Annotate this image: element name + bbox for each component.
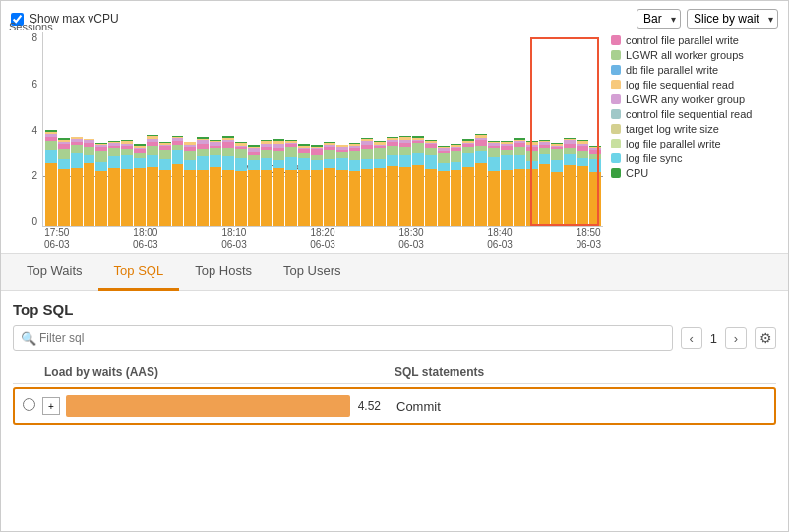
bar-group bbox=[551, 32, 563, 226]
legend-label-9: CPU bbox=[626, 167, 648, 179]
bar-segment bbox=[336, 170, 348, 226]
x-label-0: 17:5006-03 bbox=[44, 227, 70, 249]
bar-segment bbox=[235, 149, 247, 158]
main-container: Show max vCPU Bar Slice by wait Sessions bbox=[0, 0, 789, 532]
bar-segment bbox=[197, 156, 209, 170]
bar-segment bbox=[539, 154, 551, 164]
slice-by-select[interactable]: Slice by wait bbox=[687, 9, 778, 29]
tab-top-waits[interactable]: Top Waits bbox=[11, 254, 98, 291]
bar-group bbox=[425, 32, 437, 226]
bar-segment bbox=[412, 153, 424, 165]
bar-group bbox=[121, 32, 133, 226]
next-page-button[interactable]: › bbox=[725, 327, 747, 349]
bar-segment bbox=[462, 153, 474, 167]
x-label-2: 18:1006-03 bbox=[221, 227, 247, 249]
radio-cell bbox=[23, 398, 42, 414]
tab-top-hosts[interactable]: Top Hosts bbox=[179, 254, 268, 291]
x-label-1: 18:0006-03 bbox=[133, 227, 158, 249]
legend-dot-8 bbox=[611, 153, 621, 163]
bar-segment bbox=[349, 151, 361, 160]
legend-label-3: log file sequential read bbox=[626, 79, 734, 90]
bar-segment bbox=[501, 155, 513, 170]
bar-segment bbox=[475, 163, 487, 226]
bar-segment bbox=[71, 168, 83, 226]
bar-group bbox=[273, 32, 284, 226]
bar-segment bbox=[273, 160, 284, 169]
bar-segment bbox=[311, 160, 323, 170]
bar-segment bbox=[108, 148, 120, 157]
bar-group bbox=[374, 32, 386, 226]
bar-segment bbox=[184, 160, 196, 170]
bar-segment bbox=[172, 164, 184, 226]
chart-type-select-wrapper: Bar bbox=[637, 9, 681, 29]
bar-group bbox=[71, 32, 83, 226]
legend-item-7: log file parallel write bbox=[611, 138, 778, 149]
x-label-6: 18:5006-03 bbox=[576, 227, 601, 249]
bar-segment bbox=[261, 170, 273, 226]
chart-controls: Bar Slice by wait bbox=[637, 9, 778, 29]
chart-header: Show max vCPU Bar Slice by wait bbox=[11, 9, 778, 29]
prev-page-button[interactable]: ‹ bbox=[681, 327, 702, 349]
legend-label-2: db file parallel write bbox=[626, 64, 718, 76]
bar-segment bbox=[159, 159, 171, 169]
bar-group bbox=[539, 32, 551, 226]
bar-segment bbox=[361, 149, 373, 158]
bar-segment bbox=[526, 151, 538, 161]
search-input[interactable] bbox=[13, 325, 673, 351]
bar-group bbox=[324, 32, 335, 226]
bar-segment bbox=[147, 146, 158, 155]
search-icon: 🔍 bbox=[21, 331, 36, 346]
row-radio[interactable] bbox=[23, 398, 35, 411]
bar-segment bbox=[84, 147, 95, 154]
bars-wrapper bbox=[43, 32, 603, 226]
bar-segment bbox=[248, 160, 260, 170]
bar-segment bbox=[159, 150, 171, 160]
bar-segment bbox=[197, 170, 209, 226]
bar-segment bbox=[58, 169, 70, 226]
bar-segment bbox=[374, 159, 386, 168]
settings-button[interactable]: ⚙ bbox=[755, 327, 776, 349]
pagination: ‹ 1 › bbox=[681, 327, 747, 349]
chart-type-select[interactable]: Bar bbox=[637, 9, 681, 29]
search-row: 🔍 ‹ 1 › ⚙ bbox=[13, 325, 776, 351]
expand-button[interactable]: + bbox=[42, 397, 60, 415]
bar-segment bbox=[45, 150, 57, 163]
bar-segment bbox=[539, 148, 551, 155]
chart-section: Show max vCPU Bar Slice by wait Sessions bbox=[1, 1, 788, 253]
sql-statement[interactable]: Commit bbox=[381, 399, 766, 414]
y-axis-title: Sessions bbox=[9, 21, 53, 32]
bar-segment bbox=[261, 158, 273, 170]
bar-segment bbox=[589, 159, 601, 171]
bar-segment bbox=[222, 156, 234, 170]
bar-segment bbox=[425, 155, 437, 169]
chart-area: Sessions 8 6 4 2 0 Max vCPU: 2 bbox=[11, 32, 603, 249]
bar-segment bbox=[184, 151, 196, 160]
legend-item-4: LGWR any worker group bbox=[611, 93, 778, 105]
bar-group bbox=[58, 32, 70, 226]
bar-group bbox=[222, 32, 234, 226]
bar-segment bbox=[134, 168, 146, 226]
bar-segment bbox=[58, 149, 70, 160]
bar-group bbox=[298, 32, 310, 226]
bar-group bbox=[159, 32, 171, 226]
bar-segment bbox=[210, 167, 221, 226]
y-label-8: 8 bbox=[31, 32, 37, 43]
legend-dot-6 bbox=[611, 124, 621, 134]
bar-segment bbox=[589, 172, 601, 226]
y-label-0: 0 bbox=[31, 216, 37, 227]
tab-top-users[interactable]: Top Users bbox=[268, 254, 357, 291]
bar-segment bbox=[451, 162, 462, 171]
bar-segment bbox=[121, 155, 133, 169]
legend-item-0: control file parallel write bbox=[611, 34, 778, 46]
bar-segment bbox=[564, 154, 576, 165]
page-number: 1 bbox=[706, 331, 721, 346]
bar-segment bbox=[95, 171, 107, 226]
tab-top-sql[interactable]: Top SQL bbox=[98, 254, 180, 291]
bar-segment bbox=[475, 151, 487, 163]
legend-item-5: control file sequential read bbox=[611, 108, 778, 120]
legend-dot-9 bbox=[611, 168, 621, 178]
bar-segment bbox=[210, 148, 221, 156]
y-label-2: 2 bbox=[31, 170, 37, 181]
bar-segment bbox=[324, 168, 335, 226]
bar-segment bbox=[501, 170, 513, 226]
